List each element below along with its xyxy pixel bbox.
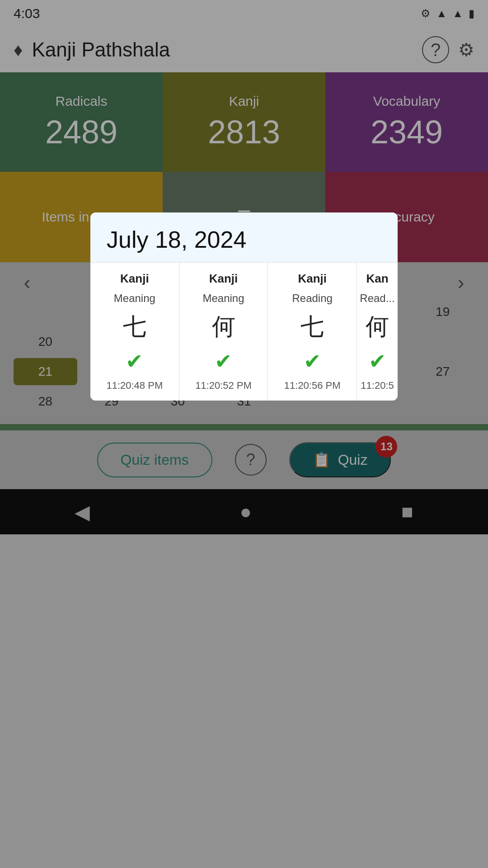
review-card-4: Kan Read... 何 ✔ 11:20:5 — [357, 263, 398, 401]
review-card-2-type: Kanji — [209, 272, 238, 286]
review-card-3-subtype: Reading — [292, 292, 332, 305]
review-card-1-time: 11:20:48 PM — [106, 380, 163, 392]
review-card-2-char: 何 — [212, 311, 235, 343]
review-modal: July 18, 2024 Kanji Meaning 七 ✔ 11:20:48… — [90, 212, 398, 401]
review-card-2-time: 11:20:52 PM — [195, 380, 252, 392]
review-card-3-time: 11:20:56 PM — [284, 380, 341, 392]
modal-header: July 18, 2024 — [90, 212, 398, 262]
review-card-3: Kanji Reading 七 ✔ 11:20:56 PM — [268, 263, 357, 401]
review-card-3-check: ✔ — [304, 349, 321, 373]
review-card-4-time: 11:20:5 — [361, 380, 394, 392]
review-card-4-char: 何 — [366, 311, 389, 343]
modal-cards: Kanji Meaning 七 ✔ 11:20:48 PM Kanji Mean… — [90, 262, 398, 401]
review-card-1-check: ✔ — [126, 349, 143, 373]
review-card-1-char: 七 — [123, 311, 146, 343]
review-card-2-subtype: Meaning — [202, 292, 244, 305]
modal-date: July 18, 2024 — [107, 226, 381, 253]
review-card-4-type: Kan — [366, 272, 388, 286]
review-card-3-char: 七 — [300, 311, 324, 343]
review-card-3-type: Kanji — [298, 272, 327, 286]
review-card-4-subtype: Read... — [360, 292, 394, 305]
review-card-1-subtype: Meaning — [114, 292, 155, 305]
review-card-1: Kanji Meaning 七 ✔ 11:20:48 PM — [90, 263, 179, 401]
review-card-4-check: ✔ — [369, 349, 386, 373]
review-card-1-type: Kanji — [120, 272, 149, 286]
review-card-2: Kanji Meaning 何 ✔ 11:20:52 PM — [179, 263, 268, 401]
review-card-2-check: ✔ — [215, 349, 232, 373]
modal-overlay[interactable]: July 18, 2024 Kanji Meaning 七 ✔ 11:20:48… — [0, 0, 488, 868]
